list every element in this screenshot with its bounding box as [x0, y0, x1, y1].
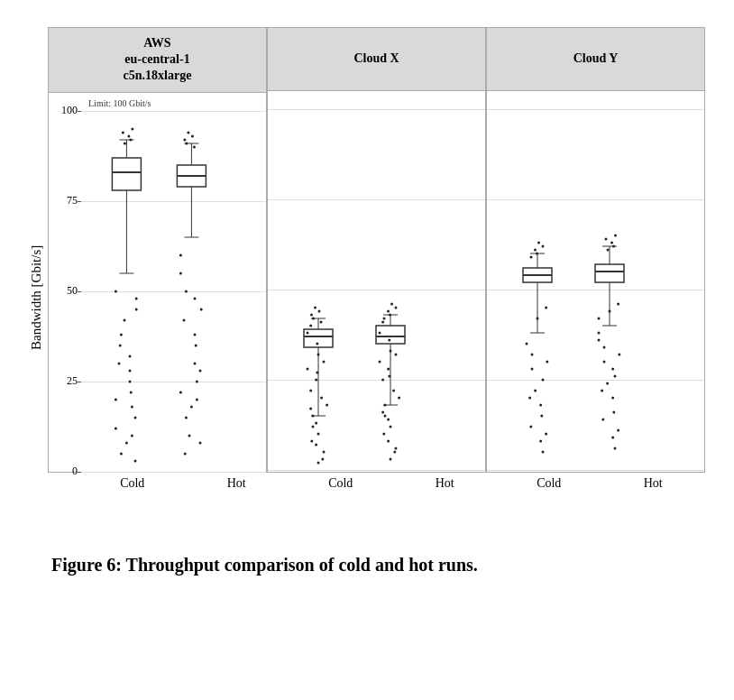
- svg-point-54: [185, 142, 188, 144]
- svg-point-112: [387, 419, 390, 421]
- y-tick-50: 50: [67, 285, 78, 296]
- svg-point-117: [383, 318, 386, 320]
- chart-inner: AWSeu-central-1c5n.18xlarge0255075100Lim…: [48, 27, 705, 494]
- grid-line-0: [81, 472, 266, 473]
- svg-point-169: [612, 245, 615, 248]
- panel-body-cloudx: [268, 91, 485, 472]
- panel-aws: AWSeu-central-1c5n.18xlarge0255075100Lim…: [48, 27, 267, 473]
- chart-container: Bandwidth [Gbit/s] AWSeu-central-1c5n.18…: [29, 27, 705, 532]
- panel-header-aws: AWSeu-central-1c5n.18xlarge: [49, 28, 266, 93]
- svg-point-93: [390, 426, 392, 428]
- boxplot-svg-aws-hot: [81, 93, 243, 472]
- svg-point-157: [601, 419, 604, 421]
- x-labels-cloudx: ColdHot: [289, 473, 497, 494]
- panels-row: AWSeu-central-1c5n.18xlarge0255075100Lim…: [48, 27, 705, 473]
- svg-point-47: [200, 308, 203, 310]
- x-label-aws-cold: Cold: [106, 476, 160, 491]
- svg-point-151: [601, 390, 603, 392]
- svg-point-56: [187, 131, 189, 134]
- x-labels-row: ColdHotColdHotColdHot: [48, 473, 705, 494]
- svg-point-101: [393, 451, 396, 454]
- svg-point-37: [195, 344, 197, 346]
- svg-point-109: [390, 350, 392, 353]
- plot-area-cloudx: [268, 91, 485, 470]
- svg-point-118: [390, 303, 393, 306]
- x-label-cloudx-hot: Hot: [417, 476, 472, 491]
- svg-point-113: [379, 332, 381, 335]
- x-label-cloudy-cold: Cold: [522, 476, 576, 491]
- y-ticks: 0255075100: [49, 93, 81, 472]
- x-label-cloudx-cold: Cold: [314, 476, 368, 491]
- svg-point-110: [381, 411, 384, 414]
- svg-point-106: [388, 339, 390, 342]
- panel-header-cloudx: Cloud X: [268, 28, 485, 91]
- svg-point-97: [387, 368, 390, 371]
- svg-rect-147: [595, 264, 624, 282]
- svg-point-44: [196, 380, 198, 382]
- y-tick-25: 25: [67, 375, 78, 386]
- svg-point-34: [179, 253, 182, 256]
- plot-area-aws: Limit: 100 Gbit/s: [81, 93, 266, 472]
- svg-point-45: [190, 405, 193, 408]
- svg-point-165: [598, 332, 601, 335]
- panel-body-aws: 0255075100Limit: 100 Gbit/s: [49, 93, 266, 472]
- svg-point-36: [183, 318, 186, 321]
- svg-point-108: [390, 458, 392, 461]
- svg-point-163: [611, 397, 614, 400]
- svg-point-46: [199, 441, 202, 444]
- svg-point-159: [614, 375, 617, 378]
- svg-point-43: [194, 333, 197, 336]
- svg-point-98: [384, 415, 387, 418]
- y-tick-100: 100: [61, 105, 78, 115]
- svg-point-154: [614, 447, 617, 450]
- svg-point-153: [617, 429, 619, 432]
- svg-point-160: [609, 310, 611, 313]
- svg-point-41: [188, 434, 191, 437]
- y-tick-0: 0: [72, 465, 78, 476]
- svg-point-100: [398, 397, 400, 400]
- grid-line-0: [268, 470, 485, 471]
- svg-point-166: [611, 368, 614, 371]
- svg-point-35: [185, 290, 188, 292]
- svg-point-53: [191, 134, 194, 137]
- svg-point-50: [179, 272, 182, 274]
- svg-point-156: [606, 382, 609, 385]
- svg-point-170: [607, 249, 610, 252]
- x-labels-aws: ColdHot: [80, 473, 289, 494]
- x-label-cloudy-hot: Hot: [626, 476, 680, 491]
- svg-point-105: [387, 440, 390, 443]
- plot-area-cloudy: [487, 91, 704, 470]
- svg-point-171: [614, 235, 617, 237]
- svg-point-103: [384, 404, 387, 407]
- svg-point-107: [381, 321, 384, 324]
- svg-point-116: [389, 314, 391, 317]
- svg-point-55: [193, 145, 196, 148]
- panel-header-cloudy: Cloud Y: [487, 28, 704, 91]
- x-label-aws-hot: Hot: [209, 476, 263, 491]
- svg-point-161: [617, 303, 619, 306]
- svg-point-111: [388, 375, 390, 378]
- y-tick-75: 75: [67, 195, 78, 206]
- svg-point-96: [382, 433, 385, 436]
- svg-point-49: [179, 391, 182, 393]
- svg-point-94: [395, 447, 398, 450]
- svg-rect-91: [376, 326, 405, 344]
- svg-point-39: [196, 398, 198, 401]
- svg-point-51: [194, 297, 197, 299]
- svg-point-158: [611, 437, 614, 439]
- panel-cloudx: Cloud X: [267, 27, 486, 473]
- svg-point-162: [618, 354, 620, 356]
- svg-point-155: [603, 346, 606, 349]
- svg-point-40: [185, 416, 188, 419]
- svg-point-150: [603, 361, 606, 364]
- svg-point-52: [183, 138, 186, 141]
- svg-point-115: [395, 307, 398, 309]
- svg-point-99: [395, 354, 398, 356]
- svg-point-38: [199, 369, 202, 372]
- boxplot-svg-cloudy-hot: [487, 91, 667, 470]
- svg-point-152: [612, 411, 615, 414]
- grid-line-0: [487, 470, 704, 471]
- svg-point-168: [605, 238, 608, 241]
- x-labels-cloudy: ColdHot: [497, 473, 705, 494]
- y-axis-label: Bandwidth [Gbit/s]: [29, 81, 44, 514]
